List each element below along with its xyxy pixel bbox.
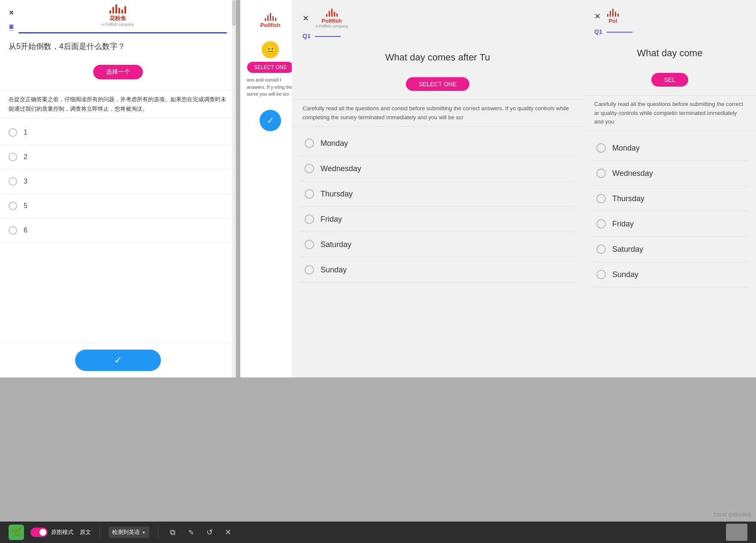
p4-bar4	[615, 12, 616, 17]
option-3[interactable]: 3	[0, 169, 236, 194]
p3-option-friday[interactable]: Friday	[300, 207, 575, 232]
copy-button[interactable]: ⧉	[167, 526, 179, 538]
option-1[interactable]: 1	[0, 121, 236, 145]
p4-radio-wednesday[interactable]	[596, 169, 606, 178]
pollfish-panel-right: ✕ Pol Q1 What day come SEL Ca	[584, 0, 756, 377]
p3-option-wednesday[interactable]: Wednesday	[300, 156, 575, 181]
pollfish-panel-center: ✕ Pollfish A Pollfish company Q1 What da…	[292, 0, 584, 377]
p3-option-sunday[interactable]: Sunday	[300, 257, 575, 283]
p2-bar5	[275, 18, 276, 21]
p3-option-saturday[interactable]: Saturday	[300, 232, 575, 257]
logo-text: 花粉鱼	[109, 15, 126, 22]
p3-radio-saturday[interactable]	[305, 240, 314, 249]
toolbar-close-icon: ✕	[225, 528, 231, 537]
app-icon-inner: 🌿	[12, 528, 21, 537]
toolbar-divider-1	[100, 527, 100, 537]
select-one-button[interactable]: 选择一个	[93, 65, 143, 79]
toolbar-close-button[interactable]: ✕	[222, 526, 234, 538]
p4-radio-sunday[interactable]	[596, 270, 606, 279]
edit-button[interactable]: ✎	[185, 526, 197, 538]
p3-radio-sunday[interactable]	[305, 265, 314, 275]
p4-label-wednesday: Wednesday	[612, 169, 653, 178]
p4-option-thursday[interactable]: Thursday	[592, 186, 747, 211]
language-detect-button[interactable]: 检测到英语 ▼	[109, 527, 149, 538]
p3-q-label: Q1	[302, 33, 311, 39]
p4-option-saturday[interactable]: Saturday	[592, 237, 747, 262]
p4-bar3	[612, 9, 614, 17]
radio-6[interactable]	[9, 226, 17, 235]
p2-select-btn[interactable]: SELECT ONE	[247, 62, 293, 73]
close-button[interactable]: ✕	[9, 9, 14, 17]
arrow-icon: ✓	[114, 355, 122, 366]
p4-question: What day come	[584, 38, 756, 64]
p2-bar2	[267, 15, 269, 21]
toggle-switch[interactable]: 原图模式	[30, 528, 73, 537]
bottom-toolbar: 🌿 原图模式 原文 检测到英语 ▼ ⧉ ✎ ↺ ✕	[0, 522, 756, 543]
p3-radio-wednesday[interactable]	[305, 164, 314, 173]
bar3	[115, 4, 117, 14]
p4-bar2	[610, 11, 611, 17]
p4-option-wednesday[interactable]: Wednesday	[592, 161, 747, 186]
close-icon: ✕	[9, 9, 14, 16]
checkmark-icon: ✓	[267, 115, 274, 126]
p4-radio-thursday[interactable]	[596, 194, 606, 203]
p2-check-btn[interactable]: ✓	[260, 110, 281, 131]
app-icon: 🌿	[9, 525, 24, 540]
p3-option-thursday[interactable]: Thursday	[300, 181, 575, 207]
p3-radio-monday[interactable]	[305, 139, 314, 148]
option-2[interactable]: 2	[0, 145, 236, 169]
chevron-down-icon: ▼	[142, 530, 146, 535]
panel-pollfish-center: ✕ Pollfish A Pollfish company Q1 What da…	[292, 0, 584, 377]
progress-bar	[18, 32, 227, 33]
p2-warning: ons and consid t answers. If y eting the…	[245, 73, 296, 101]
p4-radio-monday[interactable]	[596, 143, 606, 153]
radio-2[interactable]	[9, 153, 17, 161]
p4-logo-text: Pol	[608, 18, 617, 24]
original-text-label: 原文	[80, 528, 91, 536]
option-label-6: 6	[24, 226, 27, 234]
radio-3[interactable]	[9, 177, 17, 186]
p4-logo: Pol	[607, 9, 619, 24]
scrollbar-thumb[interactable]	[232, 0, 236, 26]
p2-emoji-area: 😐	[262, 41, 279, 58]
p3-select-one-btn[interactable]: SELECT ONE	[406, 77, 469, 91]
p3-bar5	[336, 13, 338, 17]
p4-option-monday[interactable]: Monday	[592, 136, 747, 161]
toggle-track[interactable]	[30, 528, 48, 537]
p4-options: Monday Wednesday Thursday Friday Saturda…	[584, 136, 756, 287]
scrollbar[interactable]	[232, 0, 236, 377]
p3-option-monday[interactable]: Monday	[300, 131, 575, 156]
p4-option-sunday[interactable]: Sunday	[592, 262, 747, 287]
p4-q-label: Q1	[594, 28, 602, 35]
option-6[interactable]: 6	[0, 218, 236, 243]
p4-close-button[interactable]: ✕	[594, 12, 601, 21]
logo-area: 花粉鱼 A Pollfish company	[0, 0, 236, 29]
p4-radio-saturday[interactable]	[596, 244, 606, 254]
p2-bar3	[270, 13, 271, 21]
p3-radio-thursday[interactable]	[305, 189, 314, 199]
emoji-face-icon: 😐	[262, 41, 279, 58]
progress-area: 第一季度	[0, 29, 236, 37]
p4-select-one-btn[interactable]: SEL	[651, 73, 688, 87]
p3-radio-friday[interactable]	[305, 214, 314, 224]
options-list: 1 2 3 5 6	[0, 121, 236, 343]
undo-button[interactable]: ↺	[204, 526, 216, 538]
p3-close-button[interactable]: ✕	[302, 14, 309, 23]
p4-label-saturday: Saturday	[612, 245, 643, 254]
p4-header: ✕ Pol	[584, 0, 756, 28]
radio-5[interactable]	[9, 202, 17, 210]
p4-label-sunday: Sunday	[612, 270, 638, 279]
p4-option-friday[interactable]: Friday	[592, 211, 747, 237]
p3-logo-sub: A Pollfish company	[315, 24, 348, 28]
radio-1[interactable]	[9, 128, 17, 137]
p3-label-saturday: Saturday	[321, 240, 351, 249]
option-label-5: 5	[24, 202, 27, 210]
next-button[interactable]: ✓	[75, 350, 161, 371]
p2-warning-text: ons and consid t answers. If y eting the…	[247, 77, 293, 97]
p2-bar1	[265, 18, 266, 21]
option-5[interactable]: 5	[0, 194, 236, 218]
bottom-button-area: ✓	[0, 343, 236, 377]
toggle-label: 原图模式	[51, 528, 73, 536]
p4-radio-friday[interactable]	[596, 219, 606, 229]
option-label-3: 3	[24, 178, 27, 185]
